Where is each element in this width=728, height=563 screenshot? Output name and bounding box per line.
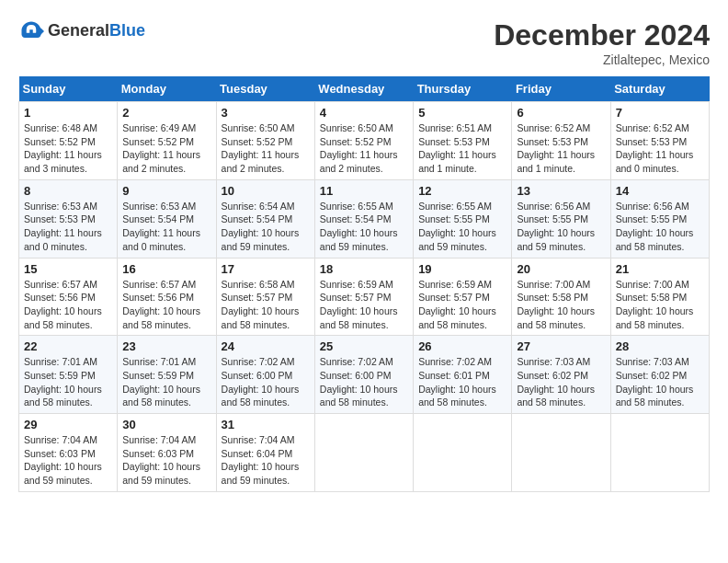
header-sunday: Sunday bbox=[19, 76, 118, 102]
day-info: Sunrise: 7:04 AM Sunset: 6:03 PM Dayligh… bbox=[122, 433, 210, 488]
calendar-week-row: 22 Sunrise: 7:01 AM Sunset: 5:59 PM Dayl… bbox=[19, 336, 710, 414]
day-number: 18 bbox=[320, 262, 408, 276]
day-number: 5 bbox=[418, 106, 506, 120]
title-section: December 2024 Zitlaltepec, Mexico bbox=[494, 18, 710, 67]
day-number: 28 bbox=[616, 339, 704, 353]
day-info: Sunrise: 7:03 AM Sunset: 6:02 PM Dayligh… bbox=[517, 355, 605, 409]
day-number: 4 bbox=[320, 106, 408, 120]
day-number: 6 bbox=[517, 106, 605, 120]
calendar-cell bbox=[610, 414, 709, 492]
day-number: 26 bbox=[418, 339, 506, 353]
day-info: Sunrise: 7:02 AM Sunset: 6:00 PM Dayligh… bbox=[222, 355, 310, 409]
days-of-week-row: Sunday Monday Tuesday Wednesday Thursday… bbox=[19, 76, 710, 102]
day-number: 31 bbox=[222, 418, 310, 431]
day-number: 3 bbox=[222, 106, 310, 120]
day-info: Sunrise: 6:56 AM Sunset: 5:55 PM Dayligh… bbox=[616, 200, 704, 254]
day-info: Sunrise: 6:57 AM Sunset: 5:56 PM Dayligh… bbox=[122, 278, 210, 332]
calendar-cell: 5 Sunrise: 6:51 AM Sunset: 5:53 PM Dayli… bbox=[414, 102, 512, 180]
calendar-cell: 18 Sunrise: 6:59 AM Sunset: 5:57 PM Dayl… bbox=[314, 258, 413, 336]
calendar-body: 1 Sunrise: 6:48 AM Sunset: 5:52 PM Dayli… bbox=[19, 102, 710, 492]
day-number: 29 bbox=[24, 418, 112, 431]
calendar-cell: 16 Sunrise: 6:57 AM Sunset: 5:56 PM Dayl… bbox=[118, 258, 216, 336]
calendar-cell: 13 Sunrise: 6:56 AM Sunset: 5:55 PM Dayl… bbox=[512, 179, 610, 258]
calendar-cell: 2 Sunrise: 6:49 AM Sunset: 5:52 PM Dayli… bbox=[118, 102, 216, 180]
day-info: Sunrise: 6:50 AM Sunset: 5:52 PM Dayligh… bbox=[320, 121, 408, 176]
day-info: Sunrise: 7:00 AM Sunset: 5:58 PM Dayligh… bbox=[616, 278, 704, 332]
calendar-cell: 8 Sunrise: 6:53 AM Sunset: 5:53 PM Dayli… bbox=[19, 179, 118, 258]
calendar-cell: 4 Sunrise: 6:50 AM Sunset: 5:52 PM Dayli… bbox=[314, 102, 413, 180]
page-header: GeneralBlue December 2024 Zitlaltepec, M… bbox=[18, 18, 710, 67]
day-info: Sunrise: 6:53 AM Sunset: 5:53 PM Dayligh… bbox=[24, 200, 112, 254]
day-number: 15 bbox=[24, 262, 112, 276]
calendar-cell bbox=[414, 414, 512, 492]
day-info: Sunrise: 6:55 AM Sunset: 5:55 PM Dayligh… bbox=[418, 200, 506, 254]
calendar-cell: 31 Sunrise: 7:04 AM Sunset: 6:04 PM Dayl… bbox=[216, 414, 314, 492]
day-number: 16 bbox=[122, 262, 210, 276]
calendar-cell: 9 Sunrise: 6:53 AM Sunset: 5:54 PM Dayli… bbox=[118, 179, 216, 258]
day-number: 10 bbox=[222, 184, 310, 198]
calendar-header: Sunday Monday Tuesday Wednesday Thursday… bbox=[19, 76, 710, 102]
day-info: Sunrise: 7:03 AM Sunset: 6:02 PM Dayligh… bbox=[616, 355, 704, 409]
calendar-cell: 25 Sunrise: 7:02 AM Sunset: 6:00 PM Dayl… bbox=[314, 336, 413, 414]
location-text: Zitlaltepec, Mexico bbox=[494, 52, 710, 67]
day-info: Sunrise: 6:57 AM Sunset: 5:56 PM Dayligh… bbox=[24, 278, 112, 332]
calendar-cell: 20 Sunrise: 7:00 AM Sunset: 5:58 PM Dayl… bbox=[512, 258, 610, 336]
day-info: Sunrise: 7:01 AM Sunset: 5:59 PM Dayligh… bbox=[122, 355, 210, 409]
day-number: 22 bbox=[24, 339, 112, 353]
calendar-cell: 15 Sunrise: 6:57 AM Sunset: 5:56 PM Dayl… bbox=[19, 258, 118, 336]
header-saturday: Saturday bbox=[610, 76, 709, 102]
day-info: Sunrise: 7:04 AM Sunset: 6:03 PM Dayligh… bbox=[24, 433, 112, 488]
day-info: Sunrise: 6:51 AM Sunset: 5:53 PM Dayligh… bbox=[418, 121, 506, 176]
day-number: 27 bbox=[517, 339, 605, 353]
day-number: 30 bbox=[122, 418, 210, 431]
calendar-cell: 11 Sunrise: 6:55 AM Sunset: 5:54 PM Dayl… bbox=[314, 179, 413, 258]
day-number: 17 bbox=[222, 262, 310, 276]
logo-general-text: General bbox=[48, 22, 109, 40]
header-tuesday: Tuesday bbox=[216, 76, 314, 102]
header-friday: Friday bbox=[512, 76, 610, 102]
day-number: 14 bbox=[616, 184, 704, 198]
calendar-cell: 14 Sunrise: 6:56 AM Sunset: 5:55 PM Dayl… bbox=[610, 179, 709, 258]
calendar-cell bbox=[512, 414, 610, 492]
day-info: Sunrise: 7:04 AM Sunset: 6:04 PM Dayligh… bbox=[222, 433, 310, 488]
calendar-week-row: 1 Sunrise: 6:48 AM Sunset: 5:52 PM Dayli… bbox=[19, 102, 710, 180]
calendar-cell: 30 Sunrise: 7:04 AM Sunset: 6:03 PM Dayl… bbox=[118, 414, 216, 492]
day-number: 13 bbox=[517, 184, 605, 198]
generalblue-logo-icon bbox=[18, 18, 44, 44]
day-info: Sunrise: 6:58 AM Sunset: 5:57 PM Dayligh… bbox=[222, 278, 310, 332]
header-thursday: Thursday bbox=[414, 76, 512, 102]
day-info: Sunrise: 6:52 AM Sunset: 5:53 PM Dayligh… bbox=[616, 121, 704, 176]
calendar-week-row: 8 Sunrise: 6:53 AM Sunset: 5:53 PM Dayli… bbox=[19, 179, 710, 258]
day-info: Sunrise: 6:52 AM Sunset: 5:53 PM Dayligh… bbox=[517, 121, 605, 176]
day-info: Sunrise: 6:49 AM Sunset: 5:52 PM Dayligh… bbox=[122, 121, 210, 176]
day-info: Sunrise: 7:00 AM Sunset: 5:58 PM Dayligh… bbox=[517, 278, 605, 332]
day-number: 2 bbox=[122, 106, 210, 120]
calendar-week-row: 29 Sunrise: 7:04 AM Sunset: 6:03 PM Dayl… bbox=[19, 414, 710, 492]
day-info: Sunrise: 6:53 AM Sunset: 5:54 PM Dayligh… bbox=[122, 200, 210, 254]
calendar-cell: 26 Sunrise: 7:02 AM Sunset: 6:01 PM Dayl… bbox=[414, 336, 512, 414]
calendar-cell: 22 Sunrise: 7:01 AM Sunset: 5:59 PM Dayl… bbox=[19, 336, 118, 414]
calendar-cell: 10 Sunrise: 6:54 AM Sunset: 5:54 PM Dayl… bbox=[216, 179, 314, 258]
day-number: 11 bbox=[320, 184, 408, 198]
day-number: 21 bbox=[616, 262, 704, 276]
header-wednesday: Wednesday bbox=[314, 76, 413, 102]
calendar-cell: 6 Sunrise: 6:52 AM Sunset: 5:53 PM Dayli… bbox=[512, 102, 610, 180]
day-number: 12 bbox=[418, 184, 506, 198]
day-number: 25 bbox=[320, 339, 408, 353]
calendar-cell: 28 Sunrise: 7:03 AM Sunset: 6:02 PM Dayl… bbox=[610, 336, 709, 414]
calendar-cell: 1 Sunrise: 6:48 AM Sunset: 5:52 PM Dayli… bbox=[19, 102, 118, 180]
logo-blue-text: Blue bbox=[109, 22, 145, 40]
day-info: Sunrise: 6:48 AM Sunset: 5:52 PM Dayligh… bbox=[24, 121, 112, 176]
day-number: 23 bbox=[122, 339, 210, 353]
day-info: Sunrise: 6:59 AM Sunset: 5:57 PM Dayligh… bbox=[418, 278, 506, 332]
day-info: Sunrise: 6:56 AM Sunset: 5:55 PM Dayligh… bbox=[517, 200, 605, 254]
day-info: Sunrise: 7:02 AM Sunset: 6:01 PM Dayligh… bbox=[418, 355, 506, 409]
day-info: Sunrise: 6:54 AM Sunset: 5:54 PM Dayligh… bbox=[222, 200, 310, 254]
calendar-cell: 17 Sunrise: 6:58 AM Sunset: 5:57 PM Dayl… bbox=[216, 258, 314, 336]
calendar-cell: 12 Sunrise: 6:55 AM Sunset: 5:55 PM Dayl… bbox=[414, 179, 512, 258]
logo-text: GeneralBlue bbox=[48, 22, 145, 40]
header-monday: Monday bbox=[118, 76, 216, 102]
day-number: 7 bbox=[616, 106, 704, 120]
calendar-cell: 29 Sunrise: 7:04 AM Sunset: 6:03 PM Dayl… bbox=[19, 414, 118, 492]
month-title: December 2024 bbox=[494, 18, 710, 52]
